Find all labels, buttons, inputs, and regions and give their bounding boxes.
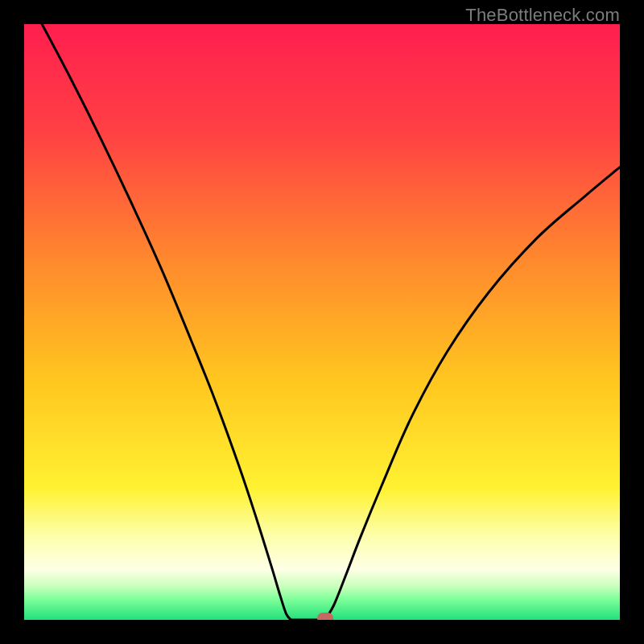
watermark-text: TheBottleneck.com bbox=[465, 5, 620, 26]
bottleneck-marker bbox=[317, 613, 333, 620]
curve-path bbox=[42, 24, 620, 620]
plot-area bbox=[24, 24, 620, 620]
outer-frame: TheBottleneck.com bbox=[0, 0, 644, 644]
bottleneck-curve bbox=[24, 24, 620, 620]
